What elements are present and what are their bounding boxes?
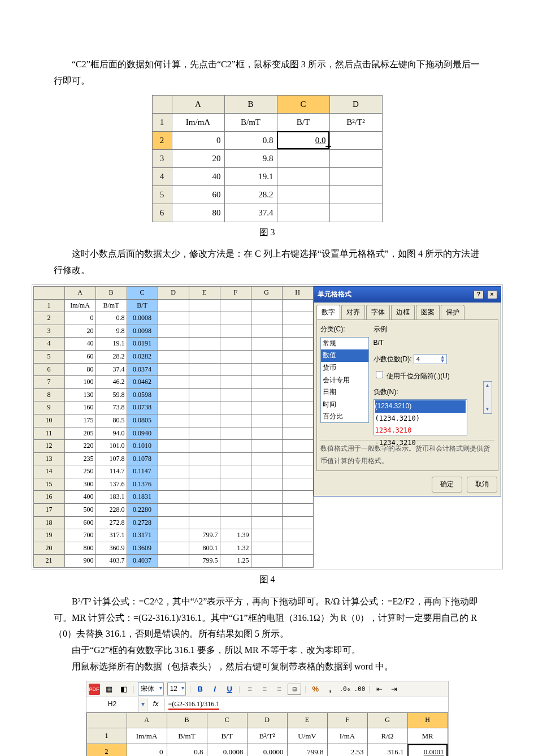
cell[interactable]: 60 xyxy=(172,185,224,204)
cell[interactable]: Im/mA xyxy=(64,299,95,312)
cell[interactable]: 0.8 xyxy=(224,131,277,149)
cell[interactable]: 0.0098 xyxy=(127,325,158,338)
cell[interactable] xyxy=(189,414,220,427)
cell[interactable] xyxy=(158,516,189,529)
col-H[interactable]: H xyxy=(407,713,448,728)
cell[interactable] xyxy=(282,299,313,312)
cell[interactable]: B/mT xyxy=(95,299,127,312)
row-16[interactable]: 16 xyxy=(33,491,64,504)
cell[interactable] xyxy=(251,542,282,555)
cell[interactable] xyxy=(158,414,189,427)
cell[interactable] xyxy=(282,427,313,440)
cell[interactable] xyxy=(251,465,282,478)
cell[interactable]: 0.3171 xyxy=(127,529,158,542)
cell[interactable]: 228.0 xyxy=(95,504,127,517)
cell[interactable] xyxy=(282,504,313,517)
cell[interactable]: 0.0000 xyxy=(247,744,287,757)
cancel-button[interactable]: 取消 xyxy=(467,477,497,493)
hdr-B[interactable]: B/mT xyxy=(167,728,207,744)
cell[interactable] xyxy=(189,504,220,517)
row-11[interactable]: 11 xyxy=(33,427,64,440)
cell[interactable] xyxy=(251,491,282,504)
cell[interactable]: 0.0001 xyxy=(407,744,448,757)
cell[interactable] xyxy=(220,376,251,389)
tab-pattern[interactable]: 图案 xyxy=(416,305,440,320)
row-3[interactable]: 3 xyxy=(152,149,172,167)
cell[interactable]: 46.2 xyxy=(95,376,127,389)
col-C[interactable]: C xyxy=(127,286,158,299)
cell[interactable] xyxy=(220,350,251,363)
cell[interactable]: 183.1 xyxy=(95,491,127,504)
col-B[interactable]: B xyxy=(167,713,207,728)
cell[interactable]: 0.8 xyxy=(95,312,127,325)
cell[interactable] xyxy=(251,452,282,465)
row-12[interactable]: 12 xyxy=(33,440,64,453)
tab-border[interactable]: 边框 xyxy=(391,305,415,320)
cell[interactable] xyxy=(189,299,220,312)
cell[interactable]: 205 xyxy=(64,427,95,440)
cell[interactable] xyxy=(189,427,220,440)
cell[interactable] xyxy=(251,529,282,542)
cell[interactable]: 799.7 xyxy=(189,529,220,542)
cell[interactable]: 0.0738 xyxy=(127,401,158,414)
cell[interactable] xyxy=(251,516,282,529)
cell[interactable]: 9.8 xyxy=(224,149,277,167)
neg-scrollbar[interactable]: ▲▼ xyxy=(483,381,492,414)
cell[interactable]: 9.8 xyxy=(95,325,127,338)
hdr-C[interactable]: B/T xyxy=(207,728,247,744)
cell[interactable] xyxy=(158,440,189,453)
italic-button[interactable]: I xyxy=(209,684,220,695)
cell[interactable]: 0 xyxy=(127,744,167,757)
cell[interactable] xyxy=(282,312,313,325)
col-B[interactable]: B xyxy=(224,95,277,113)
cell[interactable]: 20 xyxy=(64,325,95,338)
comma-style-icon[interactable]: , xyxy=(324,684,336,695)
row-4[interactable]: 4 xyxy=(33,338,64,351)
cell[interactable]: 0.3609 xyxy=(127,542,158,555)
col-G[interactable]: G xyxy=(367,713,407,728)
cell[interactable]: 0.0008 xyxy=(127,312,158,325)
cell[interactable]: 317.1 xyxy=(95,529,127,542)
cell[interactable] xyxy=(158,350,189,363)
cell[interactable]: 80 xyxy=(172,204,224,222)
cell[interactable] xyxy=(329,149,382,167)
help-icon[interactable]: ? xyxy=(474,290,484,299)
cell[interactable] xyxy=(251,388,282,401)
row-15[interactable]: 15 xyxy=(33,478,64,491)
cell[interactable] xyxy=(282,491,313,504)
row-1[interactable]: 1 xyxy=(33,299,64,312)
cell[interactable]: 300 xyxy=(64,478,95,491)
cell[interactable] xyxy=(329,167,382,185)
cell[interactable]: 0.1147 xyxy=(127,465,158,478)
col-C[interactable]: C xyxy=(277,95,329,113)
hdr-D[interactable]: B²/T² xyxy=(247,728,287,744)
cell[interactable] xyxy=(220,414,251,427)
col-F[interactable]: F xyxy=(220,286,251,299)
cell[interactable]: 400 xyxy=(64,491,95,504)
col-A[interactable]: A xyxy=(64,286,95,299)
cell[interactable]: 59.8 xyxy=(95,388,127,401)
cell[interactable]: 0.1376 xyxy=(127,478,158,491)
cell[interactable]: 0 xyxy=(64,312,95,325)
col-A[interactable]: A xyxy=(172,95,224,113)
cell[interactable] xyxy=(251,401,282,414)
name-box-dropdown-icon[interactable]: ▾ xyxy=(139,698,147,711)
decimals-spinner[interactable]: ▲▼ xyxy=(414,354,447,364)
cell[interactable] xyxy=(251,376,282,389)
cell[interactable] xyxy=(158,388,189,401)
cell[interactable] xyxy=(158,325,189,338)
row-3[interactable]: 3 xyxy=(33,325,64,338)
cell[interactable] xyxy=(189,338,220,351)
row-1[interactable]: 1 xyxy=(152,113,172,131)
cell[interactable]: 37.4 xyxy=(224,204,277,222)
cell[interactable] xyxy=(220,427,251,440)
cell[interactable] xyxy=(158,529,189,542)
hdr-im[interactable]: Im/mA xyxy=(172,113,224,131)
row-9[interactable]: 9 xyxy=(33,401,64,414)
cell[interactable]: 73.8 xyxy=(95,401,127,414)
category-item[interactable]: 会计专用 xyxy=(321,374,368,387)
close-icon[interactable]: × xyxy=(487,290,497,299)
cell[interactable]: 799.5 xyxy=(189,555,220,568)
cell[interactable] xyxy=(277,149,329,167)
cell[interactable]: 0.0008 xyxy=(207,744,247,757)
